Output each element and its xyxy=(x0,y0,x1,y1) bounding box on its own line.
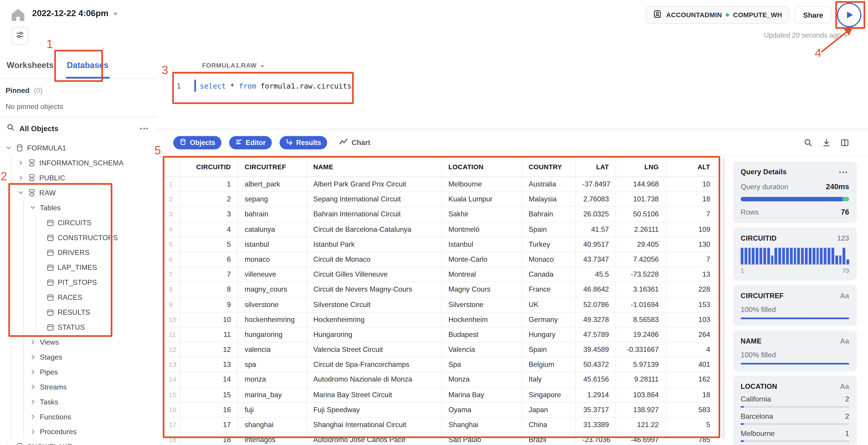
cell-alt[interactable]: 13 xyxy=(666,267,717,282)
top-value-row[interactable]: Melbourne1 xyxy=(741,429,849,442)
cell-name[interactable]: Autodromo Nazionale di Monza xyxy=(307,373,442,387)
cell-lng[interactable]: 9.28111 xyxy=(616,373,666,387)
cell-name[interactable]: Istanbul Park xyxy=(307,237,442,252)
cell-alt[interactable]: 785 xyxy=(666,433,717,445)
column-header-circuitid[interactable]: CIRCUITID xyxy=(180,158,238,177)
cell-circuitid[interactable]: 3 xyxy=(180,207,238,222)
row-number[interactable]: 10 xyxy=(163,312,180,328)
cell-lng[interactable]: 7.42056 xyxy=(616,252,666,267)
cell-alt[interactable]: 7 xyxy=(666,252,717,267)
cell-name[interactable]: Circuit Gilles Villeneuve xyxy=(307,267,442,282)
role-warehouse-selector[interactable]: ACCOUNTADMIN COMPUTE_WH xyxy=(646,6,789,24)
cell-lng[interactable]: 50.5106 xyxy=(616,207,666,222)
cell-alt[interactable]: 18 xyxy=(666,192,717,207)
cell-circuitid[interactable]: 8 xyxy=(180,282,238,297)
cell-lat[interactable]: 49.3278 xyxy=(576,312,616,328)
all-objects-search[interactable]: All Objects xyxy=(0,117,157,140)
cell-circuitref[interactable]: magny_cours xyxy=(238,282,307,297)
cell-lat[interactable]: -23.7036 xyxy=(576,433,616,445)
cell-lng[interactable]: 101.738 xyxy=(616,192,666,207)
tab-editor[interactable]: Editor xyxy=(229,136,272,149)
split-columns-icon[interactable] xyxy=(840,138,849,147)
cell-alt[interactable]: 264 xyxy=(666,328,717,342)
row-number[interactable]: 9 xyxy=(163,297,180,312)
column-header-name[interactable]: NAME xyxy=(307,158,442,177)
cell-alt[interactable]: 583 xyxy=(666,403,717,418)
row-number-header[interactable] xyxy=(163,158,180,177)
cell-name[interactable]: Shanghai International Circuit xyxy=(307,418,442,433)
cell-location[interactable]: Melbourne xyxy=(442,177,522,192)
cell-country[interactable]: Spain xyxy=(522,342,576,357)
cell-lat[interactable]: 43.7347 xyxy=(576,252,616,267)
chevron-right-icon[interactable] xyxy=(29,429,36,435)
cell-lat[interactable]: 40.9517 xyxy=(576,237,616,252)
cell-alt[interactable]: 162 xyxy=(666,373,717,387)
cell-circuitref[interactable]: interlagos xyxy=(238,433,307,445)
cell-lat[interactable]: 50.4372 xyxy=(576,357,616,373)
cell-circuitref[interactable]: monza xyxy=(238,373,307,387)
cell-name[interactable]: Autódromo José Carlos Pace xyxy=(307,433,442,445)
cell-circuitref[interactable]: hockenheimring xyxy=(238,312,307,328)
cell-circuitid[interactable]: 14 xyxy=(180,373,238,387)
cell-location[interactable]: Spa xyxy=(442,357,522,373)
cell-lat[interactable]: 46.8642 xyxy=(576,282,616,297)
updated-status[interactable]: Updated 20 seconds ago xyxy=(764,32,848,39)
row-number[interactable]: 12 xyxy=(163,342,180,357)
cell-circuitid[interactable]: 15 xyxy=(180,387,238,402)
cell-location[interactable]: Oyama xyxy=(442,403,522,418)
tree-item-snowflake[interactable]: SNOWFLAKE xyxy=(0,439,157,445)
cell-circuitid[interactable]: 2 xyxy=(180,192,238,207)
cell-name[interactable]: Silverstone Circuit xyxy=(307,297,442,312)
cell-country[interactable]: UK xyxy=(522,297,576,312)
row-number[interactable]: 13 xyxy=(163,357,180,373)
column-header-location[interactable]: LOCATION xyxy=(442,158,522,177)
chevron-down-icon[interactable] xyxy=(17,190,24,196)
cell-circuitref[interactable]: silverstone xyxy=(238,297,307,312)
cell-lng[interactable]: 19.2486 xyxy=(616,328,666,342)
cell-circuitid[interactable]: 5 xyxy=(180,237,238,252)
cell-country[interactable]: Italy xyxy=(522,373,576,387)
cell-lng[interactable]: 121.22 xyxy=(616,418,666,433)
cell-circuitref[interactable]: valencia xyxy=(238,342,307,357)
cell-location[interactable]: Shanghai xyxy=(442,418,522,433)
cell-circuitref[interactable]: albert_park xyxy=(238,177,307,192)
column-header-alt[interactable]: ALT xyxy=(666,158,717,177)
cell-name[interactable]: Circuit de Spa-Francorchamps xyxy=(307,357,442,373)
row-number[interactable]: 16 xyxy=(163,403,180,418)
row-number[interactable]: 7 xyxy=(163,267,180,282)
column-header-lng[interactable]: LNG xyxy=(616,158,666,177)
row-number[interactable]: 14 xyxy=(163,373,180,387)
cell-name[interactable]: Circuit de Nevers Magny-Cours xyxy=(307,282,442,297)
row-number[interactable]: 18 xyxy=(163,433,180,445)
chevron-right-icon[interactable] xyxy=(29,339,36,345)
column-header-country[interactable]: COUNTRY xyxy=(522,158,576,177)
cell-alt[interactable]: 18 xyxy=(666,387,717,402)
more-menu-icon[interactable] xyxy=(138,125,150,131)
row-number[interactable]: 5 xyxy=(163,237,180,252)
cell-location[interactable]: Magny Cours xyxy=(442,282,522,297)
cell-circuitid[interactable]: 18 xyxy=(180,433,238,445)
cell-lng[interactable]: 2.26111 xyxy=(616,222,666,237)
row-number[interactable]: 4 xyxy=(163,222,180,237)
chevron-right-icon[interactable] xyxy=(29,384,36,390)
cell-circuitid[interactable]: 4 xyxy=(180,222,238,237)
cell-lng[interactable]: 138.927 xyxy=(616,403,666,418)
cell-location[interactable]: Marina Bay xyxy=(442,387,522,402)
cell-circuitref[interactable]: marina_bay xyxy=(238,387,307,402)
cell-circuitref[interactable]: catalunya xyxy=(238,222,307,237)
cell-country[interactable]: France xyxy=(522,282,576,297)
row-number[interactable]: 3 xyxy=(163,207,180,222)
cell-alt[interactable]: 7 xyxy=(666,207,717,222)
cell-lng[interactable]: 8.56583 xyxy=(616,312,666,328)
cell-circuitid[interactable]: 11 xyxy=(180,328,238,342)
cell-country[interactable]: Germany xyxy=(522,312,576,328)
tree-item-public[interactable]: PUBLIC xyxy=(0,170,157,185)
share-button[interactable]: Share xyxy=(795,6,831,24)
cell-lat[interactable]: 26.0325 xyxy=(576,207,616,222)
cell-lat[interactable]: 47.5789 xyxy=(576,328,616,342)
cell-circuitid[interactable]: 9 xyxy=(180,297,238,312)
cell-location[interactable]: São Paulo xyxy=(442,433,522,445)
cell-circuitref[interactable]: hungaroring xyxy=(238,328,307,342)
cell-lat[interactable]: 2.76083 xyxy=(576,192,616,207)
cell-circuitid[interactable]: 1 xyxy=(180,177,238,192)
